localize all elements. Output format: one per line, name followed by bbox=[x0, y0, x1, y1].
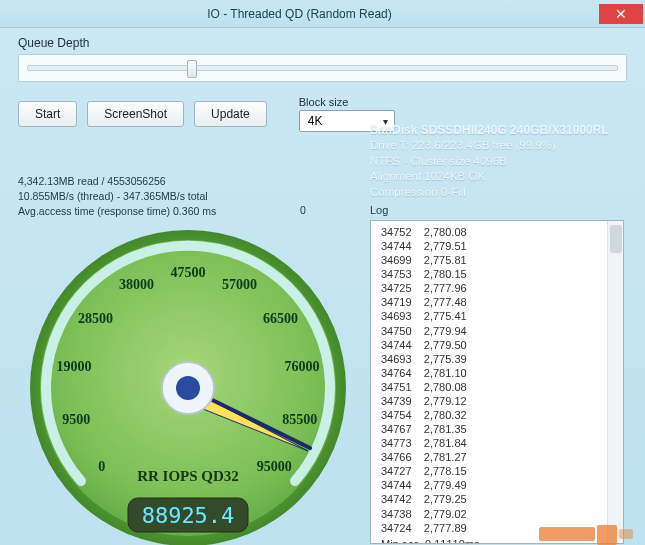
drive-info: SanDisk SDSSDHII240G 240GB/X31000RL Driv… bbox=[370, 122, 609, 200]
log-label: Log bbox=[370, 204, 388, 216]
gauge-tick: 76000 bbox=[284, 359, 319, 374]
drive-line: Alignment 1024KB OK bbox=[370, 169, 609, 185]
log-row: 34750 2,779.94 bbox=[381, 324, 623, 338]
log-row: 34744 2,779.51 bbox=[381, 239, 623, 253]
log-row: 34766 2,781.27 bbox=[381, 450, 623, 464]
scrollbar-thumb[interactable] bbox=[610, 225, 622, 253]
update-button[interactable]: Update bbox=[194, 101, 267, 127]
log-row: 34744 2,779.50 bbox=[381, 338, 623, 352]
drive-name: SanDisk SDSSDHII240G 240GB/X31000RL bbox=[370, 122, 609, 138]
log-row: 34719 2,777.48 bbox=[381, 295, 623, 309]
log-row: 34742 2,779.25 bbox=[381, 492, 623, 506]
close-button[interactable]: ✕ bbox=[599, 4, 643, 24]
gauge-tick: 9500 bbox=[62, 412, 90, 427]
log-row: 34744 2,779.49 bbox=[381, 478, 623, 492]
gauge-tick: 38000 bbox=[119, 277, 154, 292]
titlebar: IO - Threaded QD (Random Read) ✕ bbox=[0, 0, 645, 28]
watermark-logo bbox=[539, 515, 639, 545]
iops-gauge: 0950019000285003800047500570006650076000… bbox=[18, 223, 358, 545]
slider-thumb[interactable] bbox=[187, 60, 197, 78]
gauge-display: 88925.4 bbox=[142, 503, 235, 528]
gauge-tick: 28500 bbox=[78, 311, 113, 326]
content: Queue Depth Start ScreenShot Update Bloc… bbox=[0, 28, 645, 545]
log-row: 34752 2,780.08 bbox=[381, 225, 623, 239]
log-row: 34693 2,775.39 bbox=[381, 352, 623, 366]
queue-depth-label: Queue Depth bbox=[18, 36, 627, 50]
log-box: 34752 2,780.0834744 2,779.5134699 2,775.… bbox=[370, 220, 624, 544]
block-size-label: Block size bbox=[299, 96, 395, 108]
log-row: 34751 2,780.08 bbox=[381, 380, 623, 394]
start-button[interactable]: Start bbox=[18, 101, 77, 127]
drive-line: Compression 0-Fill bbox=[370, 185, 609, 201]
log-row: 34739 2,779.12 bbox=[381, 394, 623, 408]
gauge-tick: 19000 bbox=[57, 359, 92, 374]
log-row: 34764 2,781.10 bbox=[381, 366, 623, 380]
block-size-value: 4K bbox=[308, 114, 323, 128]
stat-line: 10.855MB/s (thread) - 347.365MB/s total bbox=[18, 189, 216, 204]
queue-depth-slider[interactable] bbox=[18, 54, 627, 82]
log-row: 34773 2,781.84 bbox=[381, 436, 623, 450]
svg-point-4 bbox=[176, 376, 200, 400]
screenshot-button[interactable]: ScreenShot bbox=[87, 101, 184, 127]
log-row: 34753 2,780.15 bbox=[381, 267, 623, 281]
gauge-tick: 95000 bbox=[257, 459, 292, 474]
log-row: 34767 2,781.35 bbox=[381, 422, 623, 436]
log-row: 34754 2,780.32 bbox=[381, 408, 623, 422]
scrollbar[interactable] bbox=[607, 221, 623, 543]
gauge-tick: 57000 bbox=[222, 277, 257, 292]
close-icon: ✕ bbox=[615, 6, 627, 22]
log-row: 34699 2,775.81 bbox=[381, 253, 623, 267]
log-row: 34725 2,777.96 bbox=[381, 281, 623, 295]
drive-line: Drive T: 223.6/223.4GB free (99.9%) bbox=[370, 138, 609, 154]
slider-track bbox=[27, 65, 618, 71]
stat-line: Avg.access time (response time) 0.360 ms bbox=[18, 204, 216, 219]
throughput-stats: 4,342.13MB read / 4553056256 10.855MB/s … bbox=[18, 174, 216, 220]
window-title: IO - Threaded QD (Random Read) bbox=[0, 7, 599, 21]
gauge-label: RR IOPS QD32 bbox=[137, 468, 239, 484]
gauge-tick: 66500 bbox=[263, 311, 298, 326]
drive-line: NTFS - Cluster size 4096B bbox=[370, 154, 609, 170]
stat-line: 4,342.13MB read / 4553056256 bbox=[18, 174, 216, 189]
log-row: 34727 2,778.15 bbox=[381, 464, 623, 478]
gauge-tick: 85500 bbox=[282, 412, 317, 427]
stat-count: 0 bbox=[300, 204, 306, 216]
gauge-tick: 0 bbox=[98, 459, 105, 474]
log-row: 34693 2,775.41 bbox=[381, 309, 623, 323]
gauge-tick: 47500 bbox=[171, 265, 206, 280]
